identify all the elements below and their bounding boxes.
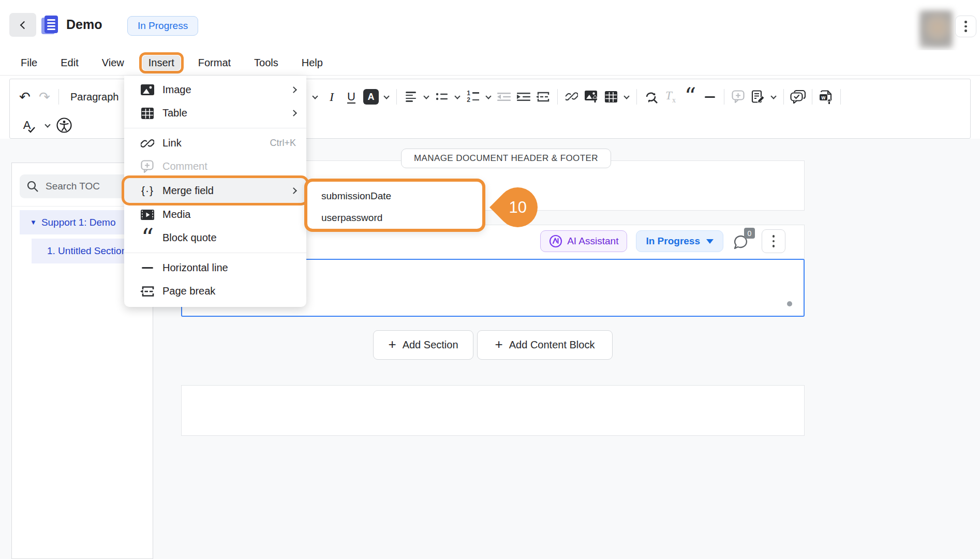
menu-insert[interactable]: Insert — [142, 55, 181, 70]
menu-item-image[interactable]: Image — [124, 78, 306, 101]
search-icon — [26, 180, 39, 193]
redo-button[interactable]: ↷ — [35, 86, 54, 108]
header-kebab-menu-button[interactable] — [955, 16, 976, 37]
block-quote-icon: “ — [140, 233, 155, 243]
comment-check-icon — [790, 90, 806, 104]
numbered-list-icon: 1 2 — [467, 90, 479, 104]
block-quote-icon: “ — [685, 92, 696, 102]
back-button[interactable] — [9, 13, 36, 37]
toolbar-divider — [840, 89, 841, 105]
italic-button[interactable]: I — [322, 86, 341, 108]
menu-item-horizontal-line[interactable]: Horizontal line — [124, 256, 306, 280]
toc-search-input[interactable] — [46, 181, 128, 192]
comment-plus-icon — [140, 160, 155, 173]
image-upload-icon — [584, 90, 599, 104]
insert-dropdown-menu: Image Table Link Ctrl+K — [124, 76, 306, 307]
accessibility-button[interactable] — [54, 114, 74, 136]
add-content-block-button[interactable]: + Add Content Block — [477, 330, 613, 360]
font-color-button[interactable]: A — [361, 86, 381, 108]
submenu-item-submission-date[interactable]: submissionDate — [307, 185, 482, 207]
outdent-button[interactable] — [494, 86, 514, 108]
accessibility-icon — [56, 117, 72, 134]
step-number: 10 — [509, 198, 526, 217]
document-footer-zone — [181, 385, 805, 436]
add-comment-button[interactable] — [729, 86, 748, 108]
table-chevron[interactable] — [621, 86, 632, 108]
page-break-icon — [140, 285, 155, 298]
menu-view[interactable]: View — [102, 57, 124, 69]
menu-item-comment: Comment — [124, 155, 306, 178]
comments-button[interactable]: 0 — [732, 230, 753, 253]
clear-formatting-button[interactable]: Tx — [661, 86, 680, 108]
manage-header-footer-button[interactable]: MANAGE DOCUMENT HEADER & FOOTER — [401, 149, 611, 168]
menu-format[interactable]: Format — [198, 57, 231, 69]
find-replace-button[interactable] — [641, 86, 661, 108]
insert-page-break-button[interactable] — [533, 86, 553, 108]
svg-text:w: w — [821, 94, 826, 100]
numbered-list-chevron[interactable] — [483, 86, 494, 108]
numbered-list-button[interactable]: 1 2 — [463, 86, 483, 108]
menu-file[interactable]: File — [21, 57, 37, 69]
insert-image-button[interactable] — [582, 86, 601, 108]
toolbar-divider — [812, 89, 812, 105]
chevron-left-icon — [20, 21, 28, 29]
block-quote-button[interactable]: “ — [680, 86, 700, 108]
bullet-list-button[interactable] — [432, 86, 452, 108]
spellcheck-chevron[interactable] — [41, 114, 54, 136]
font-color-chevron[interactable] — [381, 86, 392, 108]
document-icon — [41, 16, 59, 35]
horizontal-line-button[interactable] — [700, 86, 720, 108]
indent-button[interactable] — [514, 86, 533, 108]
section-kebab-menu-button[interactable] — [762, 229, 785, 253]
align-left-icon — [406, 90, 416, 104]
link-button[interactable] — [562, 86, 582, 108]
menu-divider — [124, 253, 306, 253]
style-dropdown-chevron[interactable] — [308, 86, 322, 108]
avatar[interactable] — [919, 10, 953, 48]
menu-help[interactable]: Help — [302, 57, 323, 69]
align-button[interactable] — [401, 86, 421, 108]
paragraph-style-dropdown[interactable]: Paragraph — [70, 91, 118, 103]
document-notes-chevron[interactable] — [768, 86, 779, 108]
page-title: Demo — [66, 17, 102, 32]
submenu-item-userpassword[interactable]: userpassword — [307, 207, 482, 229]
document-status-badge[interactable]: In Progress — [127, 16, 198, 36]
menubar: File Edit View Insert Format Tools Help — [0, 50, 980, 76]
toolbar-divider — [557, 89, 558, 105]
find-replace-icon — [644, 90, 658, 104]
insert-table-button[interactable] — [601, 86, 621, 108]
menu-insert-highlight-ring: Insert — [139, 52, 184, 73]
menu-item-merge-field[interactable]: {·} Merge field — [124, 178, 306, 203]
app-header: Demo In Progress — [0, 0, 980, 50]
menu-item-link[interactable]: Link Ctrl+K — [124, 131, 306, 155]
ai-assistant-button[interactable]: AI Assistant — [540, 230, 627, 252]
underline-button[interactable]: U — [341, 86, 361, 108]
document-notes-button[interactable] — [748, 86, 768, 108]
chevron-right-icon — [290, 110, 297, 116]
indent-icon — [517, 92, 530, 102]
undo-button[interactable]: ↶ — [15, 86, 35, 108]
horizontal-line-icon — [705, 96, 715, 98]
toc-item-label: Support 1: Demo — [41, 217, 116, 228]
resize-dot — [787, 301, 792, 306]
spellcheck-icon: A — [23, 119, 31, 132]
word-import-button[interactable]: w — [816, 86, 836, 108]
document-edit-icon — [751, 90, 765, 104]
image-icon — [140, 84, 155, 95]
menu-item-block-quote[interactable]: “ Block quote — [124, 226, 306, 249]
menu-item-table[interactable]: Table — [124, 101, 306, 125]
font-color-icon: A — [363, 89, 379, 105]
table-toolbar-icon — [605, 91, 617, 102]
resolve-comments-button[interactable] — [788, 86, 808, 108]
comment-plus-icon — [732, 90, 745, 104]
bullet-list-icon — [436, 91, 448, 102]
menu-edit[interactable]: Edit — [61, 57, 78, 69]
menu-item-page-break[interactable]: Page break — [124, 280, 306, 303]
bullet-list-chevron[interactable] — [452, 86, 463, 108]
section-status-dropdown[interactable]: In Progress — [636, 230, 723, 252]
add-section-button[interactable]: + Add Section — [373, 330, 473, 360]
align-chevron[interactable] — [421, 86, 432, 108]
menu-tools[interactable]: Tools — [254, 57, 278, 69]
merge-field-submenu: submissionDate userpassword — [304, 179, 485, 232]
spellcheck-button[interactable]: A — [17, 114, 37, 136]
